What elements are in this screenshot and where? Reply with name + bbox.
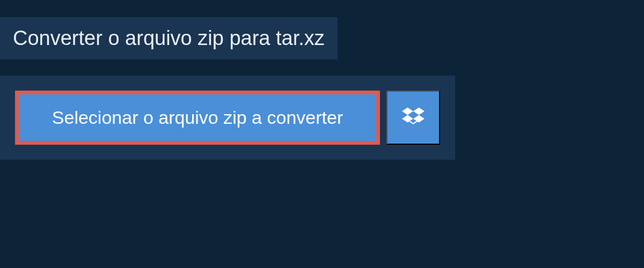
page-header: Converter o arquivo zip para tar.xz bbox=[0, 17, 338, 59]
dropbox-icon bbox=[402, 106, 425, 130]
dropbox-button[interactable] bbox=[386, 91, 440, 145]
select-file-button[interactable]: Selecionar o arquivo zip a converter bbox=[15, 91, 380, 145]
page-title: Converter o arquivo zip para tar.xz bbox=[13, 27, 325, 50]
upload-panel: Selecionar o arquivo zip a converter bbox=[0, 76, 455, 160]
button-row: Selecionar o arquivo zip a converter bbox=[15, 91, 440, 145]
